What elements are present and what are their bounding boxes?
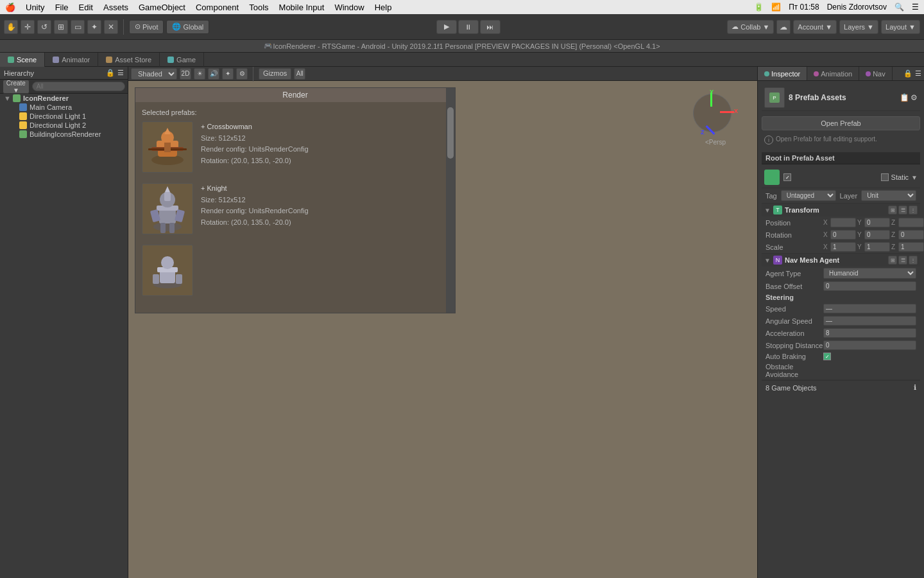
hierarchy-item-light2[interactable]: Directional Light 2 [0,121,128,130]
static-checkbox[interactable] [881,173,889,181]
menu-gameobject[interactable]: GameObject [139,3,185,12]
move-tool[interactable]: ✛ [21,20,35,34]
all-dropdown[interactable]: All [294,68,305,80]
pos-y-input[interactable] [864,218,890,227]
transform-settings-btn[interactable]: ☰ [898,206,907,215]
notification-icon[interactable]: ☰ [912,3,919,12]
apple-menu[interactable]: 🍎 [5,3,15,12]
layers-button[interactable]: Layers ▼ [839,20,878,34]
render-button[interactable]: Render [135,88,455,102]
tag-select[interactable]: Untagged [781,190,836,201]
hierarchy-item-building[interactable]: BuildingIconsRenderer [0,130,128,139]
gizmos-btn[interactable]: Gizmos [259,68,291,80]
pos-x-input[interactable] [830,218,856,227]
speed-input[interactable] [823,304,916,313]
menu-assets[interactable]: Assets [103,3,128,12]
rot-x-input[interactable] [830,230,856,240]
account-label: Account ▼ [798,23,832,31]
hand-tool[interactable]: ✋ [4,20,18,34]
search-icon[interactable]: 🔍 [894,3,904,12]
asset-header: P 8 Prefab Assets 📋 ⚙ [762,85,920,111]
render-scrollbar-thumb[interactable] [447,107,454,159]
scale-z-input[interactable] [898,242,924,252]
light1-label: Directional Light 1 [30,112,86,120]
scale-x-input[interactable] [830,242,856,252]
tab-scene[interactable]: Scene [0,53,45,67]
play-button[interactable]: ▶ [436,20,457,34]
account-button[interactable]: Account ▼ [793,20,837,34]
custom-tool[interactable]: ✕ [104,20,118,34]
svg-rect-22 [153,274,159,284]
navmesh-grid-btn[interactable]: ⊞ [888,256,897,265]
acceleration-input[interactable] [823,328,916,338]
pause-button[interactable]: ⏸ [458,20,479,34]
game-objects-icon[interactable]: ℹ [914,383,916,392]
scale-tool[interactable]: ⊞ [54,20,68,34]
tab-assetstore[interactable]: Asset Store [98,53,160,67]
transform-dots-btn[interactable]: ⋮ [909,206,918,215]
asset-settings-icon[interactable]: ⚙ [911,93,918,102]
layout-button[interactable]: Layout ▼ [881,20,920,34]
tab-game[interactable]: Game [160,53,204,67]
audio-toggle[interactable]: 🔊 [208,68,219,80]
pivot-button[interactable]: ⊙ Pivot [129,20,164,34]
open-prefab-button[interactable]: Open Prefab [762,116,920,130]
pos-z-input[interactable] [898,218,924,227]
navmesh-dots-btn[interactable]: ⋮ [909,256,918,265]
scale-y-input[interactable] [864,242,890,252]
menu-icon[interactable]: ☰ [117,69,124,77]
transform-tool[interactable]: ✦ [87,20,101,34]
static-dropdown-arrow[interactable]: ▼ [911,174,918,181]
navmesh-icon: N [773,256,782,265]
lock-icon-inspector[interactable]: 🔒 [903,69,912,78]
hierarchy-create-btn[interactable]: Create ▼ [3,80,30,94]
transform-grid-btn[interactable]: ⊞ [888,206,897,215]
menu-help[interactable]: Help [375,3,392,12]
navmesh-header[interactable]: ▼ N Nav Mesh Agent ⊞ ☰ ⋮ [762,254,920,267]
menu-component[interactable]: Component [196,3,239,12]
transform-header[interactable]: ▼ T Transform ⊞ ☰ ⋮ [762,204,920,216]
shaded-dropdown[interactable]: Shaded [131,68,177,80]
svg-text:P: P [773,95,776,101]
inspector-tab-animation[interactable]: Animation [807,67,859,80]
hierarchy-root[interactable]: ▼ IconRenderer [0,94,128,103]
static-label: Static [891,173,909,181]
lock-icon[interactable]: 🔒 [106,69,115,77]
base-offset-input[interactable] [823,281,916,291]
rotate-tool[interactable]: ↺ [37,20,51,34]
hierarchy-item-light1[interactable]: Directional Light 1 [0,112,128,121]
global-button[interactable]: 🌐 Global [166,20,209,34]
scene-settings[interactable]: ⚙ [236,68,248,80]
menu-edit[interactable]: Edit [79,3,93,12]
menu-file[interactable]: File [55,3,69,12]
fx-toggle[interactable]: ✦ [222,68,234,80]
menu-mobile-input[interactable]: Mobile Input [279,3,325,12]
step-button[interactable]: ⏭ [480,20,501,34]
hierarchy-search-input[interactable] [32,82,125,91]
auto-braking-checkbox[interactable] [823,353,831,360]
menu-window[interactable]: Window [334,3,364,12]
rot-z-input[interactable] [898,230,924,240]
inspector-tab-nav[interactable]: Nav [859,67,893,80]
menu-icon-inspector[interactable]: ☰ [915,69,921,78]
menu-tools[interactable]: Tools [249,3,268,12]
stopping-input[interactable] [823,340,916,350]
rect-tool[interactable]: ▭ [71,20,85,34]
tab-animator[interactable]: Animator [45,53,98,67]
angular-speed-input[interactable] [823,316,916,326]
render-scrollbar[interactable] [446,88,455,313]
rot-y-input[interactable] [864,230,890,240]
cloud-button[interactable]: ☁ [776,20,791,34]
menu-unity[interactable]: Unity [26,3,45,12]
asset-open-icon[interactable]: 📋 [900,93,909,102]
agent-type-select[interactable]: Humanoid [823,268,916,279]
hierarchy-item-camera[interactable]: Main Camera [0,103,128,112]
collab-button[interactable]: ☁ Collab ▼ [727,20,774,34]
2d-button[interactable]: 2D [180,68,191,80]
inspector-tab-inspector[interactable]: Inspector [758,67,807,80]
active-checkbox[interactable] [783,173,791,181]
menu-bar: 🍎 Unity File Edit Assets GameObject Comp… [0,0,924,14]
layer-select[interactable]: Unit [861,190,916,201]
navmesh-settings-btn[interactable]: ☰ [898,256,907,265]
light-toggle[interactable]: ☀ [194,68,205,80]
